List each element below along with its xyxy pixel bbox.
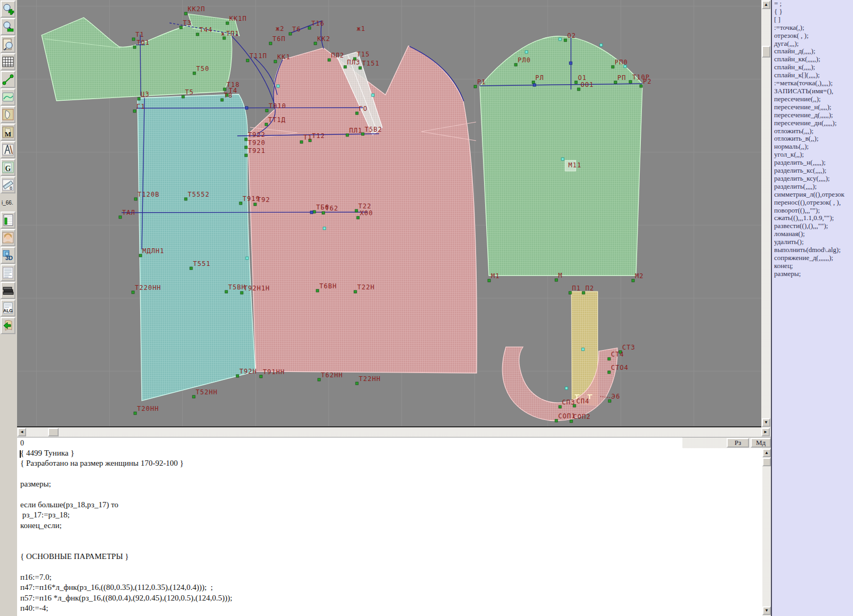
pattern-cad-app: MG8i_66.3DALG [0,0,853,616]
command-item[interactable]: выполнить(dmod\.alg); [772,246,853,254]
command-item[interactable]: сопряжение_д(,,,,,,); [772,254,853,262]
command-item[interactable]: дуга(,,,); [772,40,853,48]
command-item[interactable]: пересечение_д(,,,,,); [772,111,853,119]
rz-button[interactable]: Рз [727,438,749,448]
table-icon [2,214,14,226]
toolbar-exit-button[interactable] [1,317,15,334]
toolbar-algorithm-button[interactable]: ALG [1,299,15,317]
canvas-hscroll-thumb[interactable] [48,428,59,436]
command-item[interactable]: [ ] [772,16,853,24]
command-item[interactable]: разделить_кс(,,,,); [772,167,853,175]
command-item[interactable]: поворот((),,,""); [772,207,853,215]
command-item[interactable]: { } [772,8,853,16]
command-item[interactable]: отложить_в(,,); [772,135,853,143]
command-item[interactable]: развести((),(),,,""); [772,222,853,230]
point-label: ГО [359,105,367,112]
command-item[interactable]: пересечение_дн(,,,,,); [772,119,853,127]
point-label: КК2П [188,5,205,13]
status-row: 0 Рз Мд [17,437,771,449]
command-item[interactable]: конец; [772,262,853,270]
command-item[interactable]: ЗАПИСАТЬ(имя=(), [772,87,853,95]
canvas-hscrollbar[interactable]: ◄ ► [17,427,771,437]
command-item[interactable]: сжать((),,,1.1,0.9,""); [772,214,853,222]
toolbar-text-list-button[interactable] [1,264,15,281]
toolbar-model-photo-button[interactable] [1,229,15,246]
toolbar-pattern-piece-button[interactable] [1,106,15,123]
command-item[interactable]: ломаная(); [772,230,853,238]
scroll-up-icon[interactable]: ▲ [762,1,770,9]
canvas-vscroll-thumb[interactable] [762,46,770,58]
point-label: Т22Н [357,283,375,291]
point-label: Т5552 [188,191,210,198]
command-item[interactable]: сплайн_к[](,,,,); [772,71,853,79]
toolbar-grid-button[interactable] [1,53,15,70]
marker-g-icon: G [2,161,14,174]
pattern-piece-icon [2,108,14,121]
toolbar-i66-button[interactable]: i_66. [1,194,15,211]
toolbar-books-button[interactable] [1,282,15,299]
command-item[interactable]: = ; [772,0,853,8]
pattern-scene: КК2ПКК1ПТ3Т44жТП1Т1ТО1Т50Т18Т4Т8Ц3Т5Г1ж2… [17,0,761,427]
point-label: СТ3 [622,344,635,351]
editor-vscrollbar[interactable]: ▲ ▼ [762,448,771,616]
toolbar-marker-g-button[interactable]: G [1,159,15,176]
point-label: ж1 [357,25,365,33]
toolbar-zoom-page-button[interactable] [1,36,15,53]
scroll-left-icon[interactable]: ◄ [18,428,26,436]
toolbar-ruler-button[interactable]: 8 [1,176,15,193]
toolbar-zoom-out-button[interactable] [1,18,15,35]
grid-icon [2,55,14,68]
point-label: Т921 [248,147,265,155]
scroll-right-icon[interactable]: ► [761,428,770,436]
drawing-canvas[interactable]: КК2ПКК1ПТ3Т44жТП1Т1ТО1Т50Т18Т4Т8Ц3Т5Г1ж2… [17,0,761,427]
command-item[interactable]: удалить(); [772,238,853,246]
canvas-vscrollbar[interactable]: ▲ ▼ [761,0,771,427]
command-item[interactable]: разделить(,,,,); [772,183,853,191]
point-label: Т62 [325,205,339,212]
command-item[interactable]: перенос((),отрезок( , ), [772,199,853,207]
scroll-down-icon[interactable]: ▼ [762,418,770,427]
command-item[interactable]: симметрия_л((),отрезок [772,191,853,199]
command-item[interactable]: отложить(,,,); [772,127,853,135]
point-label: ОО1 [581,81,594,88]
command-item[interactable]: :=точка(,); [772,24,853,32]
command-item[interactable]: разделить_н(,,,,,); [772,159,853,167]
toolbar-view-3d-button[interactable]: 3D [1,247,15,264]
editor-scroll-up-icon[interactable]: ▲ [762,449,771,457]
md-button[interactable]: Мд [751,438,771,448]
command-item[interactable]: угол_к(,,); [772,151,853,159]
toolbar-table-button[interactable] [1,212,15,229]
editor-line [17,562,771,572]
command-item[interactable]: отрезок( , ); [772,32,853,40]
point-label: М [558,272,562,279]
point-label: Э6 [611,393,620,400]
command-item[interactable]: :=метка(точка(,),,,,); [772,79,853,87]
editor-line [17,490,771,500]
piece-collar-curve[interactable] [502,347,617,420]
command-item[interactable]: сплайн_к(,,,,); [772,63,853,71]
toolbar-zoom-in-button[interactable] [1,1,15,18]
svg-text:M: M [5,130,11,138]
point-label: Ц3 [141,91,149,98]
editor-line: п40:=-4; [17,603,771,613]
toolbar-preview-button[interactable] [1,88,15,106]
command-item[interactable]: сплайн_д(,,,,); [772,47,853,55]
toolbar-marker-m-button[interactable]: M [1,124,15,141]
command-item[interactable]: сплайн_кк(,,,,,); [772,55,853,63]
view-3d-icon: 3D [2,249,14,262]
piece-sleeve[interactable] [480,36,642,275]
model-photo-icon [2,231,14,244]
program-editor[interactable]: { 4499 Туника }{ Разработано на размер ж… [17,448,771,616]
command-item[interactable]: разделить_ксу(,,,,); [772,175,853,183]
command-item[interactable]: нормаль(,,); [772,143,853,151]
algorithm-icon: ALG [2,302,14,314]
toolbar-drafting-button[interactable] [1,141,15,158]
svg-text:i_66.: i_66. [2,200,13,206]
editor-scroll-down-icon[interactable]: ▼ [762,606,771,615]
toolbar-measure-button[interactable] [1,71,15,88]
command-item[interactable]: пересечение_н(,,,,); [772,103,853,111]
editor-vscroll-thumb[interactable] [762,458,771,466]
command-item[interactable]: размеры; [772,270,853,278]
point-label: Г1 [136,103,145,110]
command-item[interactable]: пересечение(,,); [772,95,853,103]
